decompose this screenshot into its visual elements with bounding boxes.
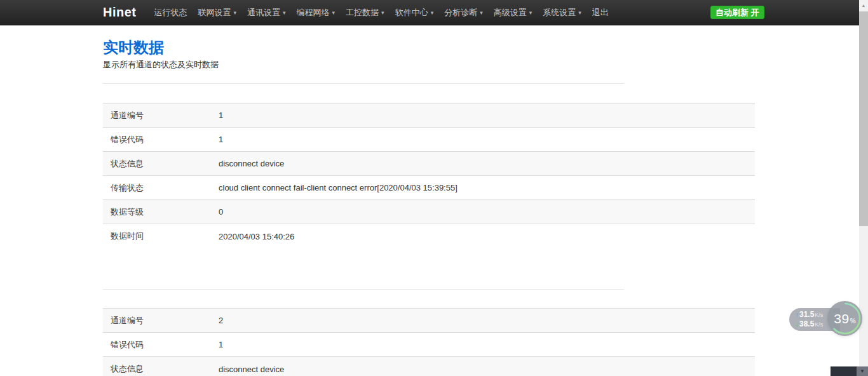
table-row: 状态信息 disconnect device bbox=[103, 357, 755, 376]
chevron-down-icon: ▾ bbox=[332, 10, 336, 16]
nav-item-analysis-diagnosis[interactable]: 分析诊断 ▾ bbox=[444, 7, 483, 18]
download-speed-value: 38.5 bbox=[799, 319, 814, 328]
main-content: 实时数据 显示所有通道的状态及实时数据 通道编号 1 错误代码 1 状态信息 d… bbox=[103, 39, 755, 376]
bottom-corner-overlay: ▼ bbox=[831, 366, 868, 376]
table-row: 状态信息 disconnect device bbox=[103, 152, 755, 176]
row-value: 2020/04/03 15:40:26 bbox=[219, 232, 755, 241]
row-label: 状态信息 bbox=[103, 158, 219, 170]
nav-item-label: 编程网络 bbox=[297, 7, 330, 18]
table-row: 错误代码 1 bbox=[103, 333, 755, 357]
nav-item-label: 工控数据 bbox=[346, 7, 379, 18]
nav-item-label: 高级设置 bbox=[494, 7, 527, 18]
progress-percent-value: 39 bbox=[834, 311, 849, 326]
row-value: cloud client connect fail-client connect… bbox=[219, 183, 755, 192]
nav-item-label: 分析诊断 bbox=[444, 7, 477, 18]
chevron-down-icon: ▾ bbox=[431, 10, 434, 16]
nav-item-run-status[interactable]: 运行状态 bbox=[154, 7, 187, 18]
row-label: 状态信息 bbox=[103, 363, 219, 375]
nav-item-label: 运行状态 bbox=[154, 7, 187, 18]
section-divider bbox=[103, 83, 624, 84]
scroll-up-icon[interactable]: ▲ bbox=[859, 0, 868, 10]
nav-item-logout[interactable]: 退出 bbox=[592, 7, 609, 18]
row-label: 通道编号 bbox=[103, 315, 219, 326]
brand-logo[interactable]: Hinet bbox=[103, 5, 137, 20]
chevron-down-icon: ▾ bbox=[529, 10, 532, 16]
nav-item-label: 通讯设置 bbox=[247, 7, 280, 18]
chevron-down-icon: ▾ bbox=[578, 10, 581, 16]
nav-item-system-settings[interactable]: 系统设置 ▾ bbox=[543, 7, 581, 18]
table-row: 通道编号 2 bbox=[103, 309, 755, 333]
section-divider bbox=[103, 289, 624, 290]
row-label: 错误代码 bbox=[103, 339, 219, 351]
chevron-down-icon[interactable]: ▼ bbox=[857, 366, 868, 376]
nav-item-label: 联网设置 bbox=[198, 7, 231, 18]
progress-percent-widget[interactable]: 39 % bbox=[827, 301, 862, 336]
row-value: disconnect device bbox=[219, 159, 755, 168]
scrollbar-thumb[interactable] bbox=[859, 11, 868, 226]
row-value: 0 bbox=[219, 207, 755, 217]
chevron-down-icon: ▾ bbox=[234, 10, 237, 16]
download-arrow-icon: ↓ bbox=[796, 320, 799, 329]
nav-item-industrial-data[interactable]: 工控数据 ▾ bbox=[346, 7, 384, 18]
upload-speed-unit: K/s bbox=[815, 311, 823, 319]
row-value: 2 bbox=[219, 316, 755, 325]
row-label: 传输状态 bbox=[103, 182, 219, 194]
chevron-down-icon: ▾ bbox=[480, 10, 483, 16]
row-value: 1 bbox=[219, 135, 755, 144]
top-navbar: Hinet 运行状态 联网设置 ▾ 通讯设置 ▾ 编程网络 ▾ 工控数据 ▾ 软… bbox=[0, 0, 868, 25]
table-row: 错误代码 1 bbox=[103, 128, 755, 152]
channel-1-table: 通道编号 1 错误代码 1 状态信息 disconnect device 传输状… bbox=[103, 103, 755, 248]
table-row: 数据时间 2020/04/03 15:40:26 bbox=[103, 224, 755, 248]
row-label: 通道编号 bbox=[103, 110, 219, 121]
row-value: 1 bbox=[219, 340, 755, 349]
download-speed-unit: K/s bbox=[815, 320, 823, 329]
row-value: disconnect device bbox=[219, 365, 755, 374]
auto-refresh-toggle-badge[interactable]: 自动刷新 开 bbox=[710, 6, 764, 19]
chevron-down-icon: ▾ bbox=[283, 10, 286, 16]
row-label: 数据等级 bbox=[103, 206, 219, 218]
page-title: 实时数据 bbox=[103, 39, 755, 56]
nav-item-programming-network[interactable]: 编程网络 ▾ bbox=[297, 7, 336, 18]
nav-item-comm-settings[interactable]: 通讯设置 ▾ bbox=[247, 7, 286, 18]
progress-percent-text: 39 % bbox=[834, 311, 855, 326]
nav-item-label: 退出 bbox=[592, 7, 609, 18]
nav-item-software-center[interactable]: 软件中心 ▾ bbox=[395, 7, 434, 18]
page-subtitle: 显示所有通道的状态及实时数据 bbox=[103, 60, 755, 69]
table-row: 数据等级 0 bbox=[103, 200, 755, 224]
nav-item-label: 软件中心 bbox=[395, 7, 428, 18]
progress-percent-unit: % bbox=[850, 318, 856, 325]
chevron-down-icon: ▾ bbox=[381, 10, 384, 16]
upload-speed-value: 31.5 bbox=[799, 310, 814, 319]
nav-item-network-settings[interactable]: 联网设置 ▾ bbox=[198, 7, 237, 18]
nav-item-label: 系统设置 bbox=[543, 7, 576, 18]
table-row: 传输状态 cloud client connect fail-client co… bbox=[103, 176, 755, 200]
row-label: 数据时间 bbox=[103, 231, 219, 242]
upload-arrow-icon: ↑ bbox=[796, 311, 799, 319]
row-value: 1 bbox=[219, 111, 755, 120]
channel-2-table: 通道编号 2 错误代码 1 状态信息 disconnect device bbox=[103, 308, 755, 376]
row-label: 错误代码 bbox=[103, 134, 219, 145]
table-row: 通道编号 1 bbox=[103, 104, 755, 128]
nav-item-advanced-settings[interactable]: 高级设置 ▾ bbox=[494, 7, 532, 18]
